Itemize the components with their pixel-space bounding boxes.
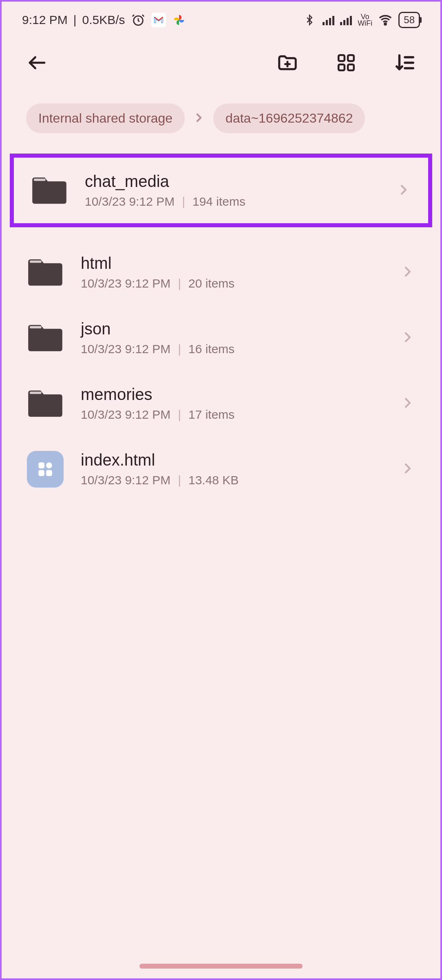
bluetooth-icon [302, 13, 317, 27]
folder-row-chat-media[interactable]: chat_media 10/3/23 9:12 PM | 194 items [10, 154, 432, 227]
vowifi-indicator: VoWiFi [358, 13, 372, 26]
signal-bars-1 [323, 15, 334, 25]
alarm-icon [131, 13, 146, 27]
battery-indicator: 58 [398, 12, 420, 28]
file-name: chat_media [85, 172, 379, 191]
breadcrumb-current[interactable]: data~1696252374862 [213, 103, 365, 133]
chevron-right-icon [400, 329, 416, 347]
file-list: chat_media 10/3/23 9:12 PM | 194 items h… [2, 141, 440, 502]
folder-row-html[interactable]: html 10/3/23 9:12 PM | 20 items [2, 240, 440, 305]
file-info: memories 10/3/23 9:12 PM | 17 items [81, 385, 383, 422]
status-right: VoWiFi 58 [302, 12, 420, 28]
file-name: index.html [81, 451, 383, 469]
grid-view-button[interactable] [335, 52, 357, 74]
folder-icon [26, 257, 64, 288]
chevron-right-icon [396, 182, 412, 200]
file-meta: 10/3/23 9:12 PM | 17 items [81, 408, 383, 422]
signal-bars-2 [340, 15, 352, 25]
file-name: memories [81, 385, 383, 404]
file-date: 10/3/23 9:12 PM [81, 408, 170, 422]
folder-row-memories[interactable]: memories 10/3/23 9:12 PM | 17 items [2, 371, 440, 436]
file-count: 17 items [188, 408, 234, 422]
file-date: 10/3/23 9:12 PM [81, 342, 170, 356]
folder-icon [30, 175, 69, 206]
svg-rect-9 [30, 391, 42, 394]
svg-rect-8 [30, 326, 42, 328]
toolbar [2, 38, 440, 87]
svg-rect-3 [348, 55, 354, 61]
svg-rect-10 [38, 462, 44, 468]
breadcrumb: Internal shared storage data~16962523748… [2, 87, 440, 141]
breadcrumb-root[interactable]: Internal shared storage [26, 103, 185, 133]
svg-rect-5 [348, 64, 354, 70]
status-net-speed: 0.5KB/s [82, 13, 125, 27]
file-info: index.html 10/3/23 9:12 PM | 13.48 KB [81, 451, 383, 487]
meta-separator: | [178, 408, 181, 422]
file-date: 10/3/23 9:12 PM [81, 473, 170, 487]
svg-point-11 [46, 462, 52, 468]
chevron-right-icon [400, 264, 416, 281]
chevron-right-icon [192, 111, 206, 126]
file-date: 10/3/23 9:12 PM [85, 195, 175, 209]
new-folder-button[interactable] [276, 52, 298, 74]
chevron-right-icon [400, 460, 416, 478]
status-sep: | [73, 13, 77, 27]
meta-separator: | [178, 473, 181, 487]
meta-separator: | [182, 195, 185, 209]
meta-separator: | [178, 277, 181, 290]
svg-rect-6 [34, 178, 46, 181]
status-left: 9:12 PM | 0.5KB/s [22, 13, 186, 27]
chevron-right-icon [400, 395, 416, 413]
folder-icon [26, 323, 64, 354]
meta-separator: | [178, 342, 181, 356]
google-photos-icon [172, 13, 186, 27]
file-size: 13.48 KB [188, 473, 239, 487]
svg-rect-4 [338, 64, 345, 70]
folder-row-json[interactable]: json 10/3/23 9:12 PM | 16 items [2, 305, 440, 371]
file-row-index-html[interactable]: index.html 10/3/23 9:12 PM | 13.48 KB [2, 436, 440, 502]
file-count: 194 items [192, 195, 245, 209]
file-meta: 10/3/23 9:12 PM | 16 items [81, 342, 383, 356]
device-frame: 9:12 PM | 0.5KB/s VoWiFi [0, 0, 442, 980]
gmail-icon [151, 13, 166, 27]
sort-button[interactable] [394, 52, 416, 74]
file-info: html 10/3/23 9:12 PM | 20 items [81, 254, 383, 290]
svg-rect-13 [46, 470, 52, 476]
file-date: 10/3/23 9:12 PM [81, 277, 170, 290]
folder-icon [26, 388, 64, 419]
file-count: 16 items [188, 342, 234, 356]
file-info: json 10/3/23 9:12 PM | 16 items [81, 320, 383, 356]
html-file-icon [26, 454, 64, 485]
file-info: chat_media 10/3/23 9:12 PM | 194 items [85, 172, 379, 209]
status-bar: 9:12 PM | 0.5KB/s VoWiFi [2, 2, 440, 38]
file-name: html [81, 254, 383, 272]
file-count: 20 items [188, 277, 234, 290]
back-button[interactable] [26, 52, 48, 74]
navigation-handle[interactable] [139, 964, 303, 969]
wifi-icon [378, 13, 393, 27]
file-name: json [81, 320, 383, 338]
svg-rect-2 [338, 55, 345, 61]
svg-rect-12 [38, 470, 44, 476]
svg-point-1 [385, 23, 386, 25]
svg-rect-7 [30, 260, 42, 263]
file-meta: 10/3/23 9:12 PM | 20 items [81, 277, 383, 290]
file-meta: 10/3/23 9:12 PM | 194 items [85, 195, 379, 209]
status-time: 9:12 PM [22, 13, 68, 27]
file-meta: 10/3/23 9:12 PM | 13.48 KB [81, 473, 383, 487]
